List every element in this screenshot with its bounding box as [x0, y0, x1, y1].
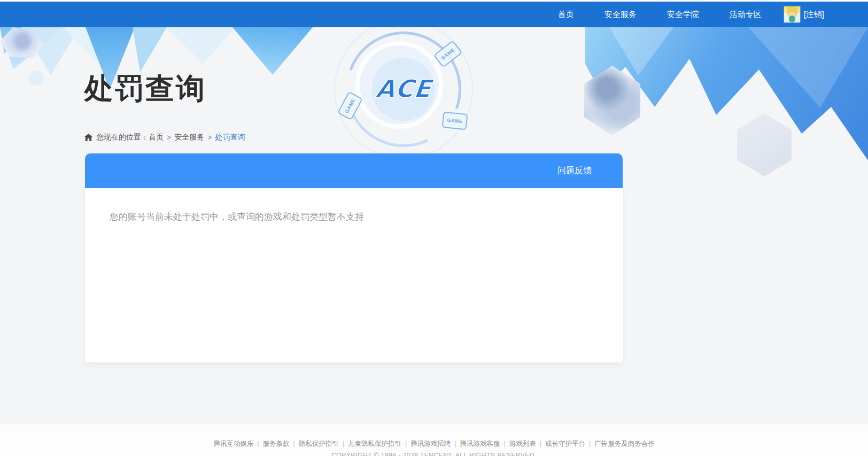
query-result-message: 您的账号当前未处于处罚中，或查询的游戏和处罚类型暂不支持 [110, 211, 598, 223]
query-card-header: 问题反馈 [85, 153, 623, 188]
footer-link-growth-guard[interactable]: 成长守护平台 [545, 440, 585, 447]
footer-link-recruitment[interactable]: 腾讯游戏招聘 [410, 440, 451, 447]
logout-link[interactable]: [注销] [804, 10, 824, 20]
footer: 腾讯互动娱乐|服务条款|隐私保护指引|儿童隐私保护指引|腾讯游戏招聘|腾讯游戏客… [0, 424, 868, 456]
footer-separator: | [293, 440, 295, 447]
footer-separator: | [343, 440, 344, 447]
footer-link-customer-service[interactable]: 腾讯游戏客服 [460, 440, 500, 447]
home-icon [84, 134, 92, 141]
footer-link-terms[interactable]: 服务条款 [263, 440, 290, 447]
nav-item-home[interactable]: 首页 [558, 10, 574, 20]
breadcrumb-separator: > [167, 133, 171, 142]
breadcrumb-item-home[interactable]: 首页 [149, 133, 164, 142]
footer-separator: | [589, 440, 591, 447]
footer-link-tencent-games[interactable]: 腾讯互动娱乐 [213, 440, 253, 447]
feedback-link[interactable]: 问题反馈 [557, 165, 592, 176]
breadcrumb-separator: > [207, 133, 212, 142]
user-avatar[interactable] [784, 6, 801, 23]
page-title: 处罚查询 [84, 69, 206, 109]
footer-separator: | [405, 440, 407, 447]
copyright-text: COPYRIGHT © 1998 - 2026 TENCENT. ALL RIG… [0, 452, 868, 456]
page: 首页 安全服务 安全学院 活动专区 [注销] ACE GAME GAME GAM… [0, 0, 868, 456]
footer-separator: | [454, 440, 456, 447]
footer-link-privacy[interactable]: 隐私保护指引 [299, 440, 339, 447]
nav-item-activity-zone[interactable]: 活动专区 [730, 10, 762, 20]
footer-link-children-privacy[interactable]: 儿童隐私保护指引 [348, 440, 401, 447]
footer-separator: | [540, 440, 541, 447]
breadcrumb-item-security-services[interactable]: 安全服务 [174, 133, 204, 142]
footer-separator: | [504, 440, 506, 447]
footer-separator: | [257, 440, 259, 447]
footer-link-game-list[interactable]: 游戏列表 [509, 440, 536, 447]
footer-link-ads-business[interactable]: 广告服务及商务合作 [594, 440, 655, 447]
footer-links: 腾讯互动娱乐|服务条款|隐私保护指引|儿童隐私保护指引|腾讯游戏招聘|腾讯游戏客… [0, 424, 868, 449]
breadcrumb: 您现在的位置： 首页 > 安全服务 > 处罚查询 [84, 133, 245, 142]
breadcrumb-prefix: 您现在的位置： [96, 133, 149, 142]
query-card-body: 您的账号当前未处于处罚中，或查询的游戏和处罚类型暂不支持 [85, 188, 623, 362]
top-navbar: 首页 安全服务 安全学院 活动专区 [注销] [0, 2, 868, 27]
nav-item-security-services[interactable]: 安全服务 [604, 10, 637, 20]
breadcrumb-item-current: 处罚查询 [215, 133, 245, 142]
nav-item-security-academy[interactable]: 安全学院 [667, 10, 699, 20]
punishment-query-card: 问题反馈 您的账号当前未处于处罚中，或查询的游戏和处罚类型暂不支持 [85, 153, 623, 362]
